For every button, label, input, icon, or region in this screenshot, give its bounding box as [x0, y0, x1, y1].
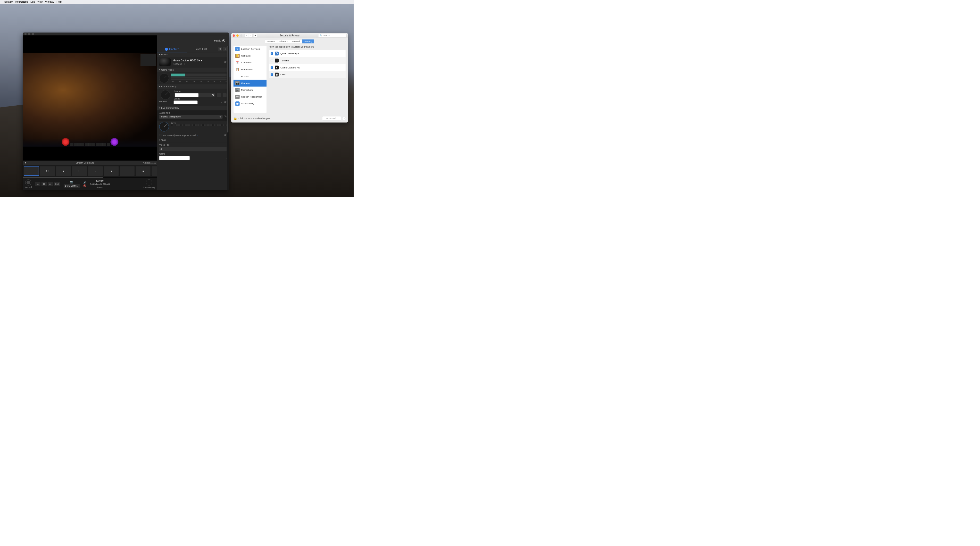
app-checkbox[interactable]: ✓ [270, 66, 273, 68]
tab-filevault[interactable]: FileVault [277, 39, 290, 43]
lock-text[interactable]: Click the lock to make changes. [239, 117, 270, 119]
scene-thumb[interactable] [24, 166, 39, 176]
storage-free[interactable]: 143.3 GB fre... [64, 184, 80, 188]
settings-gear-icon[interactable]: ⚙ [218, 47, 222, 51]
sidebar-item-label: Photos [241, 75, 248, 78]
lock-icon[interactable]: 🔒 [234, 116, 237, 120]
scene-thumb-add[interactable]: ⊕ [152, 166, 157, 176]
account-dropdown[interactable]: ⇅ [174, 93, 215, 97]
commentary-label: Commentary [143, 186, 155, 189]
sidebar-item-camera[interactable]: 📷Camera [234, 80, 266, 87]
section-live-streaming[interactable]: Live Streaming [157, 84, 229, 89]
tab-general[interactable]: General [265, 39, 277, 43]
commentary-button[interactable] [146, 179, 152, 185]
menubar-window[interactable]: Window [45, 0, 54, 3]
refresh-icon[interactable]: ↻ [221, 102, 222, 103]
menubar-app-name[interactable]: System Preferences [4, 0, 28, 3]
search-input[interactable]: 🔍 Search [318, 34, 347, 37]
scene-thumb[interactable]: ⛶ [40, 166, 55, 176]
sidebar-item-calendars[interactable]: 📅Calendars [234, 59, 266, 66]
sidebar-item-photos[interactable]: ❋Photos [234, 73, 266, 80]
volume-gauge[interactable] [159, 73, 169, 83]
live-button[interactable]: Live [54, 182, 60, 186]
sysprefs-titlebar[interactable]: ‹ › ▦ Security & Privacy 🔍 Search [231, 33, 348, 38]
status-input[interactable] [174, 100, 197, 104]
close-button[interactable] [233, 35, 235, 37]
menubar-edit[interactable]: Edit [30, 0, 35, 3]
help-icon[interactable]: ?⃝ [224, 115, 226, 118]
section-device[interactable]: Device [157, 53, 229, 57]
rewind-button[interactable]: ◂◂ [35, 182, 41, 186]
elgato-logo-icon: elgato [214, 39, 225, 42]
pause-button[interactable]: ▮▮ [41, 182, 47, 186]
tab-capture[interactable]: ⬤ Capture [157, 46, 187, 52]
app-name: QuickTime Player [280, 52, 299, 55]
sidebar-item-accessibility[interactable]: ◉Accessibility [234, 100, 266, 107]
video-title-input[interactable] [159, 147, 226, 151]
app-row-obs: ✓◉OBS [269, 71, 345, 78]
game-preview [23, 53, 157, 146]
elgato-titlebar[interactable] [23, 32, 229, 35]
scene-thumb[interactable]: ▪ [88, 166, 103, 176]
sidebar-item-microphone[interactable]: 🎤Microphone [234, 87, 266, 94]
info-icon[interactable]: ⓘ [183, 63, 185, 65]
menubar-view[interactable]: View [37, 0, 43, 3]
zoom-button[interactable] [32, 33, 34, 35]
show-all-button[interactable]: ▦ [253, 34, 257, 37]
minimize-button[interactable] [28, 33, 30, 35]
menubar-help[interactable]: Help [57, 0, 62, 3]
bitrate-gauge[interactable] [161, 90, 170, 100]
app-icon: Q [275, 52, 278, 56]
forward-button[interactable]: › [248, 34, 252, 37]
help-button[interactable]: ? [342, 117, 346, 120]
chevron-down-icon[interactable]: ▾ [226, 157, 227, 159]
info-icon[interactable]: ⓘ [223, 47, 227, 51]
wrench-icon[interactable]: 🛠 [224, 101, 227, 104]
volume-icon[interactable]: 🔊 [83, 181, 86, 184]
add-account-button[interactable]: + [217, 93, 221, 97]
window-title: Security & Privacy [280, 34, 299, 37]
app-checkbox[interactable]: ✓ [270, 73, 273, 76]
scene-thumb[interactable]: ■ [136, 166, 151, 176]
wrench-icon[interactable]: 🛠 [224, 61, 227, 64]
record-button[interactable] [25, 179, 31, 185]
remove-account-button[interactable]: − [223, 93, 227, 97]
right-panel-scrollbar[interactable] [227, 46, 229, 190]
sidebar-item-contacts[interactable]: 📒Contacts [234, 53, 266, 59]
audio-input-dropdown[interactable]: Internal Microphone ⇅ [159, 115, 223, 119]
section-live-commentary[interactable]: Live Commentary [157, 106, 229, 110]
tab-edit[interactable]: ▭✂ Edit [187, 46, 216, 52]
zoom-button[interactable] [240, 35, 242, 37]
back-button[interactable]: ‹ [245, 34, 248, 37]
stream-command-header[interactable]: Stream Command ✎ Edit Scenes [23, 161, 157, 165]
sidebar-item-speech-recognition[interactable]: 〰Speech Recognition [234, 94, 266, 100]
auto-reduce-checkbox[interactable] [159, 134, 161, 136]
app-checkbox[interactable] [270, 59, 273, 62]
desktop-wallpaper: System Preferences Edit View Window Help [0, 0, 354, 197]
stream-command-title: Stream Command [76, 161, 94, 164]
close-button[interactable] [24, 33, 27, 35]
advanced-button[interactable]: Advanced... [322, 116, 341, 120]
device-dropdown[interactable]: Game Capture HD60 S+ ▾ [173, 59, 221, 62]
accessibility-icon: ◉ [235, 102, 240, 106]
sidebar-item-location-services[interactable]: ➤Location Services [234, 46, 266, 53]
edit-scenes-link[interactable]: ✎ Edit Scenes [143, 162, 156, 164]
app-checkbox[interactable]: ✓ [270, 53, 273, 55]
sidebar-item-reminders[interactable]: 📋Reminders [234, 66, 266, 73]
indicator-dot-icon: • [197, 134, 198, 136]
game-input[interactable] [159, 156, 189, 160]
minimize-button[interactable] [236, 35, 239, 37]
scene-thumb[interactable]: ■ [103, 166, 118, 176]
scene-thumb[interactable] [120, 166, 134, 176]
forward-button[interactable]: ▸▸ [48, 182, 53, 186]
scene-thumb[interactable]: ⛶ [72, 166, 87, 176]
health-orb-icon [62, 138, 69, 146]
speech-recognition-icon: 〰 [235, 95, 240, 99]
scene-thumb[interactable]: ■ [56, 166, 71, 176]
commentary-gauge[interactable] [159, 122, 169, 132]
wrench-icon[interactable]: 🛠 [224, 134, 227, 137]
tab-firewall[interactable]: Firewall [290, 39, 302, 43]
mute-icon[interactable]: 🔇 [83, 185, 86, 187]
section-game-audio[interactable]: Game Audio [157, 68, 229, 72]
tab-privacy[interactable]: Privacy [302, 39, 314, 43]
